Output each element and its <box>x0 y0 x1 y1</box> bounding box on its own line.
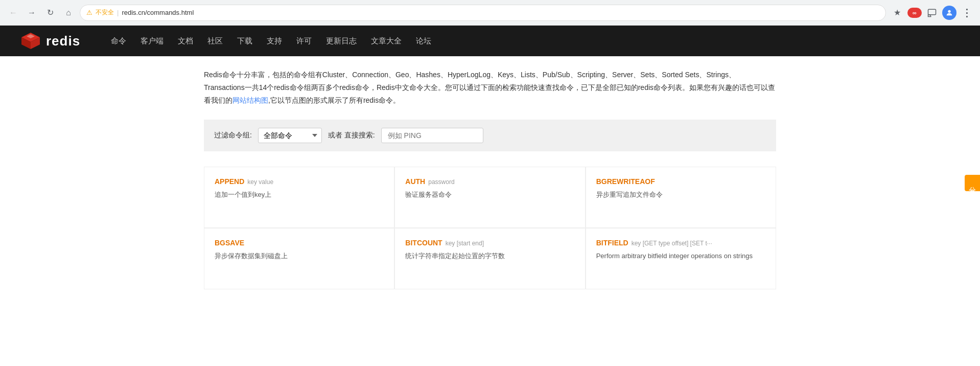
command-header: BGREWRITEAOF <box>596 177 765 186</box>
command-card-bgsave: BGSAVE 异步保存数据集到磁盘上 <box>204 228 394 289</box>
command-name[interactable]: APPEND <box>215 177 244 186</box>
intro-text-part2: ,它以节点图的形式展示了所有redis命令。 <box>268 96 400 104</box>
browser-chrome: ← → ↻ ⌂ ⚠ 不安全 | redis.cn/commands.html ★… <box>0 0 980 26</box>
filter-or-label: 或者 直接搜索: <box>328 131 375 140</box>
top-nav: redis 命令 客户端 文档 社区 下载 支持 许可 更新日志 文章大全 论坛 <box>0 26 980 56</box>
cast-button[interactable] <box>925 6 939 20</box>
nav-commands[interactable]: 命令 <box>111 36 126 46</box>
search-input[interactable] <box>381 128 483 143</box>
command-name[interactable]: AUTH <box>405 177 425 186</box>
back-button[interactable]: ← <box>6 6 20 20</box>
reload-button[interactable]: ↻ <box>43 6 57 20</box>
address-bar: ⚠ 不安全 | redis.cn/commands.html <box>80 5 886 21</box>
command-name[interactable]: BGSAVE <box>215 239 244 247</box>
command-name[interactable]: BGREWRITEAOF <box>596 177 655 186</box>
command-desc: 验证服务器命令 <box>405 190 574 200</box>
browser-actions: ★ ∞ ⋮ <box>890 6 974 20</box>
svg-point-1 <box>948 10 950 12</box>
nav-articles[interactable]: 文章大全 <box>371 36 402 46</box>
command-card-bgrewriteaof: BGREWRITEAOF 异步重写追加文件命令 <box>586 167 776 228</box>
svg-rect-0 <box>928 9 936 15</box>
extension-icon: ∞ <box>907 8 922 18</box>
nav-community[interactable]: 社区 <box>207 36 223 46</box>
command-card-bitfield: BITFIELD key [GET type offset] [SET t···… <box>586 228 776 289</box>
commands-grid: APPEND key value 追加一个值到key上 AUTH passwor… <box>204 167 776 289</box>
command-args: key [start end] <box>446 240 484 247</box>
command-header: BGSAVE <box>215 239 384 247</box>
command-desc: Perform arbitrary bitfield integer opera… <box>596 251 765 261</box>
command-card-append: APPEND key value 追加一个值到key上 <box>204 167 394 228</box>
home-button[interactable]: ⌂ <box>61 6 76 20</box>
command-desc: 异步保存数据集到磁盘上 <box>215 251 384 261</box>
command-desc: 统计字符串指定起始位置的字节数 <box>405 251 574 261</box>
command-header: BITCOUNT key [start end] <box>405 239 574 247</box>
url-text: redis.cn/commands.html <box>122 9 879 16</box>
filter-bar: 过滤命令组: 全部命令 Cluster Connection Geo Hashe… <box>204 120 776 151</box>
command-name[interactable]: BITCOUNT <box>405 239 442 247</box>
profile-avatar[interactable] <box>942 6 956 20</box>
filter-label: 过滤命令组: <box>214 131 252 140</box>
nav-changelog[interactable]: 更新日志 <box>326 36 357 46</box>
command-desc: 异步重写追加文件命令 <box>596 190 765 200</box>
logo-area: redis <box>20 32 80 50</box>
logo-text: redis <box>46 33 80 49</box>
command-args: key [GET type offset] [SET t··· <box>632 240 712 247</box>
nav-forum[interactable]: 论坛 <box>416 36 431 46</box>
redis-logo-icon <box>20 32 41 50</box>
bookmark-button[interactable]: ★ <box>890 6 904 20</box>
command-header: BITFIELD key [GET type offset] [SET t··· <box>596 239 765 247</box>
nav-clients[interactable]: 客户端 <box>141 36 164 46</box>
command-card-bitcount: BITCOUNT key [start end] 统计字符串指定起始位置的字节数 <box>394 228 585 289</box>
nav-license[interactable]: 许可 <box>296 36 312 46</box>
command-args: password <box>428 178 454 186</box>
share-button[interactable]: 分享 <box>965 175 980 191</box>
command-card-auth: AUTH password 验证服务器命令 <box>394 167 585 228</box>
nav-download[interactable]: 下载 <box>237 36 252 46</box>
nav-links: 命令 客户端 文档 社区 下载 支持 许可 更新日志 文章大全 论坛 <box>111 36 431 46</box>
forward-button[interactable]: → <box>25 6 39 20</box>
command-header: APPEND key value <box>215 177 384 186</box>
intro-paragraph: Redis命令十分丰富，包括的命令组有Cluster、Connection、Ge… <box>204 68 776 107</box>
nav-support[interactable]: 支持 <box>267 36 282 46</box>
site-map-link[interactable]: 网站结构图 <box>232 96 268 104</box>
menu-button[interactable]: ⋮ <box>960 6 974 20</box>
filter-select[interactable]: 全部命令 Cluster Connection Geo Hashes Hyper… <box>258 128 322 143</box>
security-icon: ⚠ <box>86 9 92 16</box>
nav-docs[interactable]: 文档 <box>178 36 193 46</box>
main-content: Redis命令十分丰富，包括的命令组有Cluster、Connection、Ge… <box>183 56 797 302</box>
command-desc: 追加一个值到key上 <box>215 190 384 200</box>
not-secure-label: 不安全 <box>96 8 114 17</box>
command-args: key value <box>247 178 273 186</box>
command-header: AUTH password <box>405 177 574 186</box>
command-name[interactable]: BITFIELD <box>596 239 628 247</box>
